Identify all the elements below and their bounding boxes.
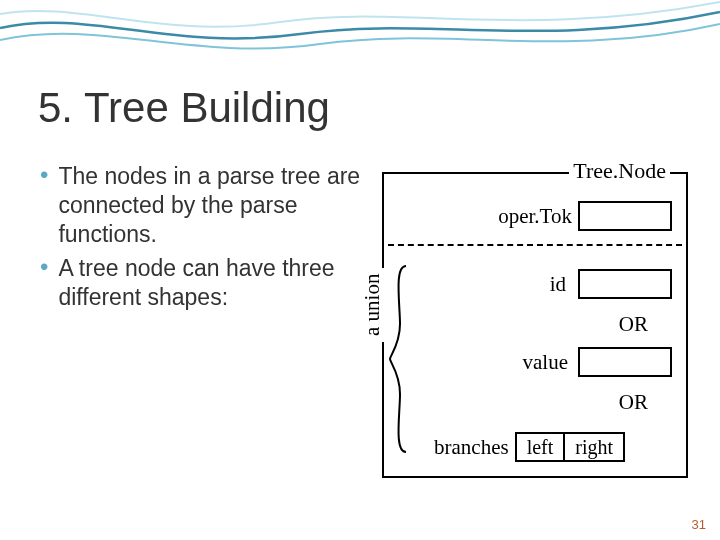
branches-pair-box: left right	[515, 432, 625, 462]
or-label-1: OR	[619, 312, 648, 337]
bullet-text: The nodes in a parse tree are connected …	[58, 162, 370, 248]
diagram-title: Tree.Node	[569, 158, 670, 184]
bullet-dot-icon: •	[40, 254, 48, 312]
value-box	[578, 347, 672, 377]
bullet-dot-icon: •	[40, 162, 48, 248]
id-label: id	[550, 272, 566, 297]
value-label: value	[523, 350, 568, 375]
bullet-list: • The nodes in a parse tree are connecte…	[40, 162, 370, 318]
bullet-item: • The nodes in a parse tree are connecte…	[40, 162, 370, 248]
slide-title: 5. Tree Building	[38, 84, 330, 132]
branch-left: left	[517, 434, 566, 460]
branches-label: branches	[434, 435, 509, 460]
value-row: value	[523, 344, 672, 380]
opertok-box	[578, 201, 672, 231]
branches-row: branches left right	[434, 432, 625, 462]
tree-node-diagram: Tree.Node oper.Tok a union id OR value O…	[382, 172, 688, 478]
wave-decoration	[0, 0, 720, 70]
opertok-row: oper.Tok	[498, 198, 672, 234]
id-box	[578, 269, 672, 299]
bullet-item: • A tree node can have three different s…	[40, 254, 370, 312]
dashed-divider	[388, 244, 682, 246]
branch-right: right	[565, 434, 623, 460]
curly-brace-icon	[388, 264, 410, 454]
or-label-2: OR	[619, 390, 648, 415]
id-row: id	[550, 266, 672, 302]
bullet-text: A tree node can have three different sha…	[58, 254, 370, 312]
opertok-label: oper.Tok	[498, 204, 572, 229]
page-number: 31	[692, 517, 706, 532]
union-label: a union	[358, 268, 387, 342]
